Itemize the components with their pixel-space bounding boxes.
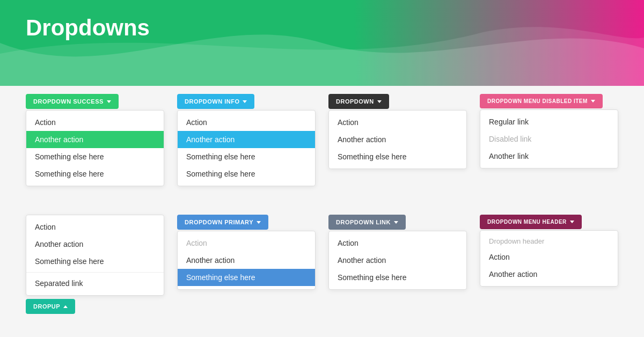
- dropdown-primary-menu: Action Another action Something else her…: [177, 231, 316, 290]
- dropdown-link-card: DROPDOWN LINK Action Another action Some…: [328, 215, 467, 332]
- dropdown-dark-button[interactable]: DROPDOWN: [328, 94, 389, 109]
- dropdown-pink-button[interactable]: DROPDOWN MENU DISABLED ITEM: [480, 94, 603, 108]
- dropdown-item-separated[interactable]: Separated link: [26, 275, 164, 292]
- page-title: Dropdowns: [26, 15, 150, 41]
- dropdown-item[interactable]: Something else here: [329, 148, 466, 165]
- content-area: DROPDOWN SUCCESS Action Another action S…: [0, 89, 644, 337]
- caret-up-icon: [63, 305, 68, 308]
- dropdown-item[interactable]: Another link: [480, 148, 618, 165]
- dropdown-link-button[interactable]: DROPDOWN LINK: [328, 215, 406, 230]
- dropdown-item-active[interactable]: Another action: [26, 131, 164, 148]
- dropdown-plain-card: Action Another action Something else her…: [26, 215, 164, 332]
- dropup-button[interactable]: DROPUP: [26, 299, 75, 314]
- dropdown-item[interactable]: Action: [26, 218, 164, 236]
- dropdown-item[interactable]: Another action: [26, 236, 164, 253]
- dropdown-item[interactable]: Another action: [178, 252, 315, 269]
- dropdown-success-button[interactable]: DROPDOWN SUCCESS: [26, 94, 119, 109]
- dropdown-item-active[interactable]: Another action: [178, 131, 315, 148]
- dropdown-item[interactable]: Something else here: [178, 165, 315, 182]
- dropdown-dark-menu: Action Another action Something else her…: [328, 110, 467, 169]
- dropdown-item[interactable]: Something else here: [26, 148, 164, 165]
- dropdown-pink-card: DROPDOWN MENU DISABLED ITEM Regular link…: [480, 94, 618, 204]
- dropdown-item[interactable]: Action: [26, 114, 164, 131]
- dropdown-dark-card: DROPDOWN Action Another action Something…: [328, 94, 467, 204]
- caret-down-icon: [257, 221, 261, 224]
- dropdown-header-button[interactable]: DROPDOWN MENU HEADER: [480, 215, 582, 229]
- dropdown-item[interactable]: Something else here: [26, 165, 164, 182]
- dropdown-success-card: DROPDOWN SUCCESS Action Another action S…: [26, 94, 164, 204]
- dropdown-header-label: DROPDOWN MENU HEADER: [487, 219, 567, 225]
- dropdown-item[interactable]: Another action: [480, 266, 618, 283]
- header-background: [0, 0, 644, 86]
- dropdown-info-label: DROPDOWN INFO: [185, 98, 239, 105]
- caret-down-icon: [394, 221, 398, 224]
- dropdown-link-label: DROPDOWN LINK: [336, 219, 391, 225]
- caret-down-icon: [107, 100, 111, 103]
- dropdown-info-card: DROPDOWN INFO Action Another action Some…: [177, 94, 316, 204]
- dropdown-link-menu: Action Another action Something else her…: [328, 231, 467, 290]
- dropdown-item[interactable]: Something else here: [329, 269, 466, 286]
- dropdown-item[interactable]: Action: [480, 248, 618, 266]
- dropdown-primary-label: DROPDOWN PRIMARY: [185, 219, 253, 225]
- dropdown-primary-card: DROPDOWN PRIMARY Action Another action S…: [177, 215, 316, 332]
- dropdown-header-card: DROPDOWN MENU HEADER Dropdown header Act…: [480, 215, 618, 332]
- dropdown-pink-label: DROPDOWN MENU DISABLED ITEM: [487, 98, 588, 104]
- dropup-label: DROPUP: [33, 303, 60, 310]
- dropdown-dark-label: DROPDOWN: [336, 98, 374, 105]
- caret-down-icon: [377, 100, 382, 103]
- dropdown-item[interactable]: Another action: [329, 131, 466, 148]
- dropdown-item-disabled: Disabled link: [480, 130, 618, 148]
- dropdown-success-label: DROPDOWN SUCCESS: [33, 98, 104, 105]
- dropdown-item[interactable]: Regular link: [480, 113, 618, 130]
- dropdown-item[interactable]: Something else here: [26, 253, 164, 270]
- dropdown-item-active[interactable]: Something else here: [178, 269, 315, 286]
- caret-down-icon: [591, 100, 595, 102]
- dropdown-success-menu: Action Another action Something else her…: [26, 110, 164, 186]
- plain-dropdown-menu: Action Another action Something else her…: [26, 215, 164, 296]
- dropdown-section-header: Dropdown header: [480, 234, 618, 248]
- menu-divider: [26, 272, 164, 273]
- dropdown-header-menu: Dropdown header Action Another action: [480, 230, 618, 287]
- dropdown-primary-button[interactable]: DROPDOWN PRIMARY: [177, 215, 268, 230]
- dropdown-item[interactable]: Another action: [329, 252, 466, 269]
- dropdown-info-button[interactable]: DROPDOWN INFO: [177, 94, 254, 109]
- dropdown-info-menu: Action Another action Something else her…: [177, 110, 316, 186]
- dropdown-pink-menu: Regular link Disabled link Another link: [480, 109, 618, 169]
- dropdown-item[interactable]: Action: [178, 114, 315, 131]
- dropdown-item[interactable]: Something else here: [178, 148, 315, 165]
- dropdown-item-muted: Action: [178, 235, 315, 252]
- caret-down-icon: [243, 100, 247, 103]
- dropdown-item[interactable]: Action: [329, 235, 466, 252]
- caret-down-icon: [570, 221, 574, 223]
- dropdown-item[interactable]: Action: [329, 114, 466, 131]
